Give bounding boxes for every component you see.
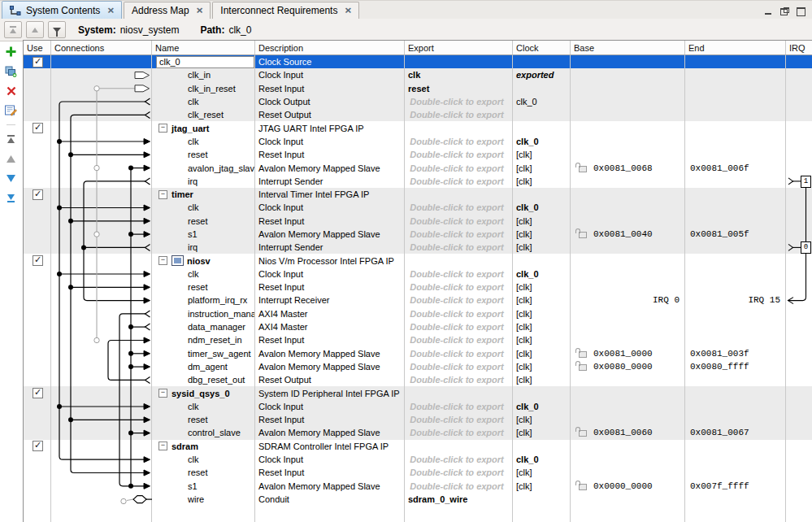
rail-move-bottom-button[interactable] — [4, 191, 18, 205]
cell-name[interactable]: clk — [152, 135, 255, 148]
duplicate-button[interactable] — [4, 64, 18, 78]
cell-export[interactable]: Double-click to export — [405, 466, 513, 479]
cell-clock[interactable]: [clk] — [513, 281, 571, 294]
table-row-reset[interactable]: resetReset InputDouble-click to export[c… — [24, 413, 812, 426]
cell-base[interactable]: 0x0081_0068 — [571, 161, 685, 174]
cell-connections[interactable] — [51, 281, 152, 294]
cell-clock[interactable]: [clk] — [513, 347, 571, 360]
cell-export[interactable] — [405, 55, 513, 68]
column-header-base[interactable]: Base — [571, 41, 685, 55]
cell-connections[interactable] — [51, 241, 152, 254]
cell-irq[interactable] — [786, 188, 812, 201]
cell-clock[interactable] — [513, 188, 571, 201]
use-checkbox[interactable] — [33, 123, 43, 133]
table-row-dm_agent[interactable]: dm_agentAvalon Memory Mapped SlaveDouble… — [24, 360, 812, 373]
cell-clock[interactable] — [513, 386, 571, 399]
cell-base[interactable]: 0x0081_0000 — [571, 347, 685, 360]
table-row-timer[interactable]: −timerInterval Timer Intel FPGA IP — [24, 188, 812, 201]
cell-clock[interactable] — [513, 121, 571, 134]
use-checkbox[interactable] — [33, 255, 43, 266]
cell-export[interactable]: Double-click to export — [405, 228, 513, 241]
cell-connections[interactable] — [51, 493, 152, 506]
table-row-clk[interactable]: clkClock InputDouble-click to exportclk_… — [24, 201, 812, 214]
cell-name[interactable]: dbg_reset_out — [152, 373, 255, 386]
cell-base[interactable] — [571, 413, 685, 426]
lock-icon[interactable] — [579, 166, 587, 172]
cell-irq[interactable] — [786, 480, 812, 493]
cell-base[interactable]: 0x0081_0040 — [571, 228, 685, 241]
cell-connections[interactable] — [51, 95, 152, 108]
table-row-control_slave[interactable]: control_slaveAvalon Memory Mapped SlaveD… — [24, 426, 812, 439]
cell-name[interactable]: dm_agent — [152, 360, 255, 373]
cell-base[interactable]: IRQ 0 — [571, 294, 685, 307]
cell-irq[interactable] — [786, 68, 812, 81]
lock-icon[interactable] — [579, 364, 587, 371]
cell-irq[interactable] — [786, 254, 812, 267]
cell-connections[interactable] — [51, 320, 152, 333]
cell-export[interactable]: Double-click to export — [405, 480, 513, 493]
cell-name[interactable]: −sysid_qsys_0 — [152, 386, 255, 399]
table-row-irq[interactable]: irqInterrupt SenderDouble-click to expor… — [24, 241, 812, 254]
cell-name[interactable]: data_manager — [152, 320, 255, 333]
column-header-use[interactable]: Use — [24, 41, 51, 55]
table-row-clk[interactable]: clkClock InputDouble-click to exportclk_… — [24, 135, 812, 148]
cell-name[interactable]: wire — [152, 493, 255, 506]
cell-clock[interactable]: exported — [513, 68, 571, 81]
cell-irq[interactable] — [786, 466, 812, 479]
cell-clock[interactable]: clk_0 — [513, 268, 571, 281]
table-row-data_manager[interactable]: data_managerAXI4 MasterDouble-click to e… — [24, 320, 812, 333]
cell-export[interactable]: Double-click to export — [405, 400, 513, 413]
cell-export[interactable] — [405, 386, 513, 399]
cell-export[interactable]: Double-click to export — [405, 307, 513, 320]
cell-clock[interactable]: [clk] — [513, 360, 571, 373]
cell-base[interactable]: 0x0081_0060 — [571, 426, 685, 439]
cell-clock[interactable]: [clk] — [513, 320, 571, 333]
move-top-button[interactable] — [4, 21, 22, 38]
cell-name[interactable]: −timer — [152, 188, 255, 201]
table-row-reset[interactable]: resetReset InputDouble-click to export[c… — [24, 148, 812, 161]
cell-export[interactable]: Double-click to export — [405, 294, 513, 307]
lock-icon[interactable] — [579, 430, 587, 437]
cell-clock[interactable]: [clk] — [513, 426, 571, 439]
table-row-clk_in_reset[interactable]: clk_in_resetReset Inputreset — [24, 82, 812, 95]
table-row-clk[interactable]: clkClock InputDouble-click to exportclk_… — [24, 268, 812, 281]
cell-name[interactable]: clk_in — [152, 68, 255, 81]
table-row-s1[interactable]: s1Avalon Memory Mapped SlaveDouble-click… — [24, 228, 812, 241]
cell-irq[interactable] — [786, 426, 812, 439]
cell-irq[interactable] — [786, 400, 812, 413]
table-row-clk[interactable]: clkClock InputDouble-click to exportclk_… — [24, 400, 812, 413]
cell-base[interactable]: 0x0080_0000 — [571, 360, 685, 373]
cell-base[interactable] — [571, 386, 685, 399]
table-row-niosv[interactable]: −niosvNios V/m Processor Intel FPGA IP — [24, 254, 812, 267]
cell-name[interactable]: reset — [152, 413, 255, 426]
cell-connections[interactable] — [51, 228, 152, 241]
table-row-instruction_manager[interactable]: instruction_managerAXI4 MasterDouble-cli… — [24, 307, 812, 320]
table-row-clk_reset[interactable]: clk_resetReset OutputDouble-click to exp… — [24, 108, 812, 121]
cell-irq[interactable] — [786, 161, 812, 174]
use-checkbox[interactable] — [33, 441, 43, 451]
column-header-irq[interactable]: IRQ — [786, 41, 812, 55]
cell-connections[interactable] — [51, 201, 152, 214]
cell-connections[interactable] — [51, 400, 152, 413]
cell-irq[interactable] — [786, 95, 812, 108]
remove-button[interactable] — [4, 84, 18, 98]
cell-clock[interactable] — [513, 254, 571, 267]
name-editor[interactable]: clk_0 — [156, 56, 254, 68]
cell-clock[interactable]: [clk] — [513, 161, 571, 174]
cell-clock[interactable]: [clk] — [513, 148, 571, 161]
float-window-icon[interactable] — [780, 7, 789, 15]
table-row-ndm_reset_in[interactable]: ndm_reset_inReset InputDouble-click to e… — [24, 333, 812, 346]
cell-irq[interactable] — [786, 268, 812, 281]
cell-irq[interactable] — [786, 82, 812, 95]
cell-export[interactable]: Double-click to export — [405, 175, 513, 188]
cell-irq[interactable] — [786, 440, 812, 453]
cell-connections[interactable] — [51, 148, 152, 161]
cell-name[interactable]: irq — [152, 241, 255, 254]
cell-name[interactable]: clk — [152, 95, 255, 108]
table-row-sdram[interactable]: −sdramSDRAM Controller Intel FPGA IP — [24, 440, 812, 453]
cell-name[interactable]: −jtag_uart — [152, 121, 255, 134]
cell-clock[interactable]: [clk] — [513, 175, 571, 188]
table-row-clk[interactable]: clkClock OutputDouble-click to exportclk… — [24, 95, 812, 108]
cell-export[interactable]: Double-click to export — [405, 453, 513, 466]
cell-export[interactable]: Double-click to export — [405, 215, 513, 228]
